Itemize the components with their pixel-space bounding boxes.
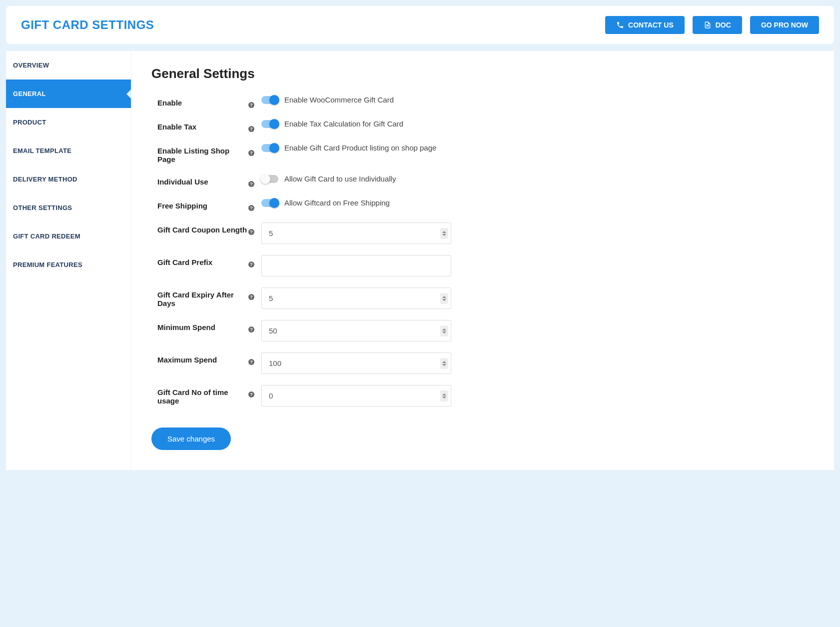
row-individual: Individual Use ? Allow Gift Card to use … [151,174,814,188]
help-coupon-length: ? [248,222,261,236]
contact-us-button[interactable]: CONTACT US [605,16,685,34]
sidebar-item-delivery-method[interactable]: DELIVERY METHOD [6,165,131,194]
help-prefix: ? [248,255,261,268]
help-usage: ? [248,385,261,398]
label-max-spend: Maximum Spend [157,352,248,364]
sidebar: OVERVIEW GENERAL PRODUCT EMAIL TEMPLATE … [6,51,131,470]
toggle-listing[interactable] [261,144,278,152]
label-coupon-length: Gift Card Coupon Length [157,222,248,234]
row-usage: Gift Card No of time usage ? [151,385,814,406]
spinner-icon[interactable] [440,390,448,402]
help-enable: ? [248,96,261,108]
label-individual: Individual Use [157,174,248,186]
sidebar-item-premium-features[interactable]: PREMIUM FEATURES [6,250,131,279]
document-icon [704,21,712,29]
label-usage: Gift Card No of time usage [157,385,248,405]
label-listing: Enable Listing Shop Page [157,144,248,164]
help-icon[interactable]: ? [248,294,254,300]
spinner-icon[interactable] [440,293,448,304]
label-enable-tax: Enable Tax [157,120,248,131]
help-expiry: ? [248,288,261,300]
contact-us-label: CONTACT US [628,21,674,29]
row-min-spend: Minimum Spend ? [151,320,814,342]
spinner-icon[interactable] [440,358,448,369]
row-max-spend: Maximum Spend ? [151,352,814,374]
header-buttons: CONTACT US DOC GO PRO NOW [605,16,819,34]
input-min-spend[interactable] [261,320,451,342]
label-enable: Enable [157,96,248,107]
save-changes-button[interactable]: Save changes [151,428,231,450]
go-pro-button[interactable]: GO PRO NOW [750,16,819,34]
sidebar-item-general[interactable]: GENERAL [6,80,131,108]
spinner-icon[interactable] [440,326,448,336]
help-icon[interactable]: ? [248,102,254,108]
sidebar-item-gift-card-redeem[interactable]: GIFT CARD REDEEM [6,222,131,250]
doc-label: DOC [716,21,731,29]
desc-enable: Enable WooCommerce Gift Card [284,96,394,104]
label-min-spend: Minimum Spend [157,320,248,332]
content-title: General Settings [151,66,814,82]
help-icon[interactable]: ? [248,392,254,398]
input-expiry[interactable] [261,288,451,309]
main-container: OVERVIEW GENERAL PRODUCT EMAIL TEMPLATE … [6,51,834,470]
desc-shipping: Allow Giftcard on Free Shipping [284,198,390,207]
sidebar-item-other-settings[interactable]: OTHER SETTINGS [6,194,131,222]
label-shipping: Free Shipping [157,198,248,210]
toggle-shipping[interactable] [261,199,278,207]
row-coupon-length: Gift Card Coupon Length ? [151,222,814,244]
label-expiry: Gift Card Expiry After Days [157,288,248,308]
desc-individual: Allow Gift Card to use Individually [284,174,396,183]
desc-listing: Enable Gift Card Product listing on shop… [284,144,436,152]
doc-button[interactable]: DOC [693,16,742,34]
help-icon[interactable]: ? [248,150,254,156]
spinner-icon[interactable] [440,228,448,239]
label-prefix: Gift Card Prefix [157,255,248,266]
help-individual: ? [248,174,261,188]
input-prefix[interactable] [261,255,451,276]
help-enable-tax: ? [248,120,261,132]
row-expiry: Gift Card Expiry After Days ? [151,288,814,309]
row-prefix: Gift Card Prefix ? [151,255,814,276]
help-icon[interactable]: ? [248,205,254,211]
help-max-spend: ? [248,352,261,366]
help-icon[interactable]: ? [248,126,254,132]
help-icon[interactable]: ? [248,326,254,332]
sidebar-item-product[interactable]: PRODUCT [6,108,131,136]
help-listing: ? [248,144,261,156]
input-usage[interactable] [261,385,451,406]
help-icon[interactable]: ? [248,359,254,365]
row-enable: Enable ? Enable WooCommerce Gift Card [151,96,814,108]
sidebar-item-overview[interactable]: OVERVIEW [6,51,131,80]
desc-enable-tax: Enable Tax Calculation for Gift Card [284,120,403,128]
row-shipping: Free Shipping ? Allow Giftcard on Free S… [151,198,814,212]
header-bar: GIFT CARD SETTINGS CONTACT US DOC GO PRO… [6,6,834,44]
help-icon[interactable]: ? [248,262,254,268]
toggle-individual[interactable] [261,175,278,183]
help-icon[interactable]: ? [248,181,254,187]
row-listing: Enable Listing Shop Page ? Enable Gift C… [151,144,814,164]
toggle-enable[interactable] [261,96,278,104]
help-icon[interactable]: ? [248,229,254,235]
go-pro-label: GO PRO NOW [761,21,808,29]
input-max-spend[interactable] [261,352,451,374]
page-title: GIFT CARD SETTINGS [21,18,154,32]
content-panel: General Settings Enable ? Enable WooComm… [131,51,834,470]
phone-icon [616,21,624,29]
help-shipping: ? [248,198,261,212]
sidebar-item-email-template[interactable]: EMAIL TEMPLATE [6,136,131,165]
help-min-spend: ? [248,320,261,333]
toggle-enable-tax[interactable] [261,120,278,128]
row-enable-tax: Enable Tax ? Enable Tax Calculation for … [151,120,814,132]
input-coupon-length[interactable] [261,222,451,244]
